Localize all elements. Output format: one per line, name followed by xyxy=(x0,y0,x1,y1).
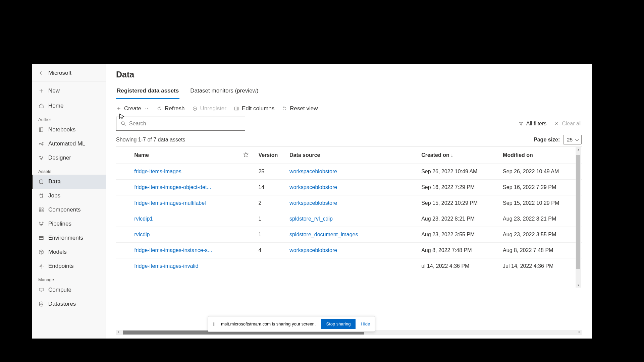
datasource-link[interactable]: workspaceblobstore xyxy=(289,169,337,174)
designer-icon xyxy=(38,155,44,161)
table-row[interactable]: fridge-items-images-invalidul 14, 2022 4… xyxy=(116,258,582,274)
col-version[interactable]: Version xyxy=(256,147,287,164)
sort-desc-icon: ↓ xyxy=(451,153,453,158)
asset-name-link[interactable]: fridge-items-images-invalid xyxy=(134,263,221,269)
svg-point-18 xyxy=(40,302,43,303)
create-button[interactable]: Create xyxy=(116,105,149,112)
datasource-link[interactable]: spldstore_rvl_cdip xyxy=(289,216,333,222)
search-icon xyxy=(120,121,126,127)
sidebar-item-compute[interactable]: Compute xyxy=(32,283,106,297)
sidebar-item-automl[interactable]: Automated ML xyxy=(32,137,106,151)
col-datasource[interactable]: Data source xyxy=(287,147,419,164)
col-name[interactable]: Name xyxy=(131,147,240,164)
sidebar-item-label: Designer xyxy=(48,155,71,161)
table-row[interactable]: rvlcdip11spldstore_rvl_cdipAug 23, 2022 … xyxy=(116,211,582,227)
search-input[interactable] xyxy=(129,121,241,127)
asset-name-link[interactable]: fridge-items-images-multilabel xyxy=(134,200,221,206)
svg-rect-9 xyxy=(42,208,44,209)
svg-point-12 xyxy=(39,222,40,223)
editcols-label: Edit columns xyxy=(242,105,274,112)
sidebar-item-components[interactable]: Components xyxy=(32,203,106,217)
sidebar-org[interactable]: Microsoft xyxy=(32,65,106,81)
stop-sharing-button[interactable]: Stop sharing xyxy=(321,319,356,329)
all-filters-label: All filters xyxy=(526,121,546,127)
asset-name-link[interactable]: fridge-items-images-instance-s... xyxy=(134,247,221,253)
page-size-select[interactable]: 25 xyxy=(563,135,582,144)
col-favorite[interactable] xyxy=(240,147,256,164)
page-size-label: Page size: xyxy=(534,137,560,143)
sidebar-item-label: Home xyxy=(48,103,63,109)
asset-created: Sep 16, 2022 7:29 PM xyxy=(419,180,500,195)
endpoints-icon xyxy=(38,263,44,269)
page-title: Data xyxy=(116,70,582,79)
sidebar-item-notebooks[interactable]: Notebooks xyxy=(32,123,106,137)
svg-point-2 xyxy=(42,142,43,143)
edit-columns-button[interactable]: Edit columns xyxy=(234,105,274,112)
table-row[interactable]: fridge-items-images-instance-s...4worksp… xyxy=(116,243,582,258)
asset-name-link[interactable]: rvlcdip1 xyxy=(134,216,221,222)
showing-text: Showing 1-7 of 7 data assets xyxy=(116,137,185,143)
data-table-wrap: Name Version Data source Created on↓ Mod… xyxy=(116,146,582,335)
table-row[interactable]: rvlcdip1spldstore_document_imagesAug 23,… xyxy=(116,227,582,243)
sidebar-item-label: Models xyxy=(48,249,67,255)
sidebar-item-datastores[interactable]: Datastores xyxy=(32,297,106,311)
sidebar-item-label: Components xyxy=(48,206,80,213)
table-row[interactable]: fridge-items-images-object-det...14works… xyxy=(116,180,582,195)
svg-point-16 xyxy=(41,265,42,267)
sidebar-new[interactable]: New xyxy=(32,81,106,99)
asset-name-link[interactable]: rvlcdip xyxy=(134,232,221,238)
datasource-link[interactable]: workspaceblobstore xyxy=(289,247,337,253)
app-window: Microsoft New Home Author Notebooks Auto… xyxy=(32,64,592,339)
sidebar-item-models[interactable]: Models xyxy=(32,245,106,259)
sidebar-item-endpoints[interactable]: Endpoints xyxy=(32,259,106,273)
sidebar-item-pipelines[interactable]: Pipelines xyxy=(32,217,106,231)
all-filters-button[interactable]: All filters xyxy=(518,121,546,127)
col-modified[interactable]: Modified on xyxy=(500,147,582,164)
sidebar-item-data[interactable]: Data xyxy=(32,175,106,189)
vscroll-thumb[interactable] xyxy=(576,155,580,269)
reset-view-button[interactable]: Reset view xyxy=(282,105,318,112)
clear-all-label: Clear all xyxy=(562,121,582,127)
asset-version: 1 xyxy=(256,227,287,243)
plus-icon xyxy=(116,106,121,111)
section-assets: Assets xyxy=(32,165,106,175)
main-content: Data Registered data assets Dataset moni… xyxy=(106,64,592,339)
sidebar-item-designer[interactable]: Designer xyxy=(32,151,106,165)
asset-name-link[interactable]: fridge-items-images xyxy=(134,169,221,175)
hide-link[interactable]: Hide xyxy=(361,321,370,326)
page-size: Page size: 25 xyxy=(534,135,582,144)
asset-created: Sep 26, 2022 10:49 AM xyxy=(419,164,500,180)
tabs: Registered data assets Dataset monitors … xyxy=(116,84,582,99)
datasource-link[interactable]: workspaceblobstore xyxy=(289,200,337,206)
sidebar: Microsoft New Home Author Notebooks Auto… xyxy=(32,64,106,339)
asset-modified: Jul 14, 2022 4:36 PM xyxy=(500,258,582,274)
tab-registered[interactable]: Registered data assets xyxy=(116,84,179,99)
svg-rect-20 xyxy=(235,107,238,110)
sidebar-item-environments[interactable]: Environments xyxy=(32,231,106,245)
create-label: Create xyxy=(124,105,141,112)
sidebar-item-home[interactable]: Home xyxy=(32,99,106,113)
status-row: Showing 1-7 of 7 data assets Page size: … xyxy=(116,135,582,144)
vertical-scrollbar[interactable] xyxy=(576,147,581,288)
search-box[interactable] xyxy=(116,117,245,131)
unregister-button: Unregister xyxy=(192,105,226,112)
drag-handle-icon[interactable]: ‖ xyxy=(213,322,216,326)
sidebar-item-jobs[interactable]: Jobs xyxy=(32,189,106,203)
tab-monitors[interactable]: Dataset monitors (preview) xyxy=(190,84,259,99)
svg-rect-0 xyxy=(40,128,43,132)
asset-created: Aug 23, 2022 8:21 PM xyxy=(419,211,500,227)
asset-name-link[interactable]: fridge-items-images-object-det... xyxy=(134,184,221,190)
table-row[interactable]: fridge-items-images25workspaceblobstoreS… xyxy=(116,164,582,180)
chevron-down-icon xyxy=(144,106,149,111)
components-icon xyxy=(38,207,44,213)
plus-icon xyxy=(38,88,44,94)
datasource-link[interactable]: workspaceblobstore xyxy=(289,184,337,190)
col-created[interactable]: Created on↓ xyxy=(419,147,500,164)
close-icon xyxy=(554,121,559,126)
new-label: New xyxy=(48,87,60,94)
asset-modified: Aug 23, 2022 3:55 PM xyxy=(500,227,582,243)
asset-created: Aug 8, 2022 7:48 PM xyxy=(419,243,500,258)
datasource-link[interactable]: spldstore_document_images xyxy=(289,232,358,237)
refresh-button[interactable]: Refresh xyxy=(157,105,185,112)
table-row[interactable]: fridge-items-images-multilabel2workspace… xyxy=(116,195,582,211)
